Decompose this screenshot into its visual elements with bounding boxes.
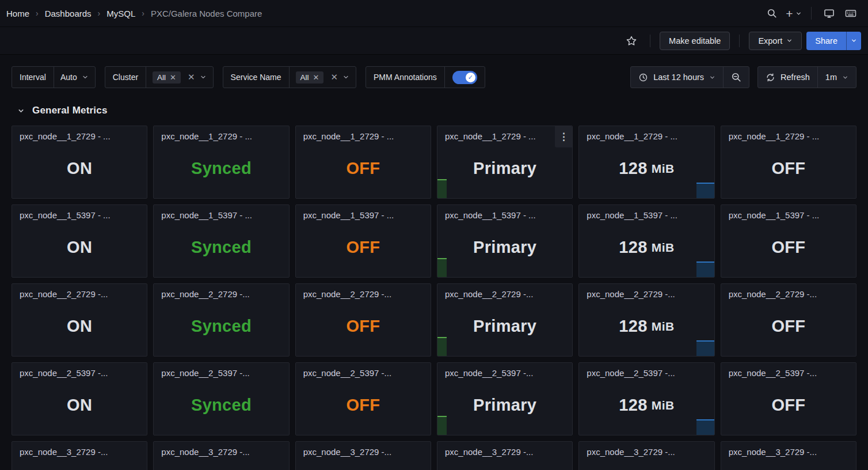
stat-panel: pxc_node__1_2729 - ...⋮Primary (437, 126, 573, 199)
service-name-chip[interactable]: All ✕ (296, 71, 324, 84)
stat-value: Primary (437, 139, 572, 198)
make-editable-button[interactable]: Make editable (660, 32, 730, 50)
nav-actions: + (763, 4, 860, 22)
time-controls: Last 12 hours Refresh 1m (630, 66, 856, 88)
sparkline (696, 183, 714, 198)
stat-panel: pxc_node__2_5397 -...Primary (437, 362, 573, 435)
stat-value: OFF (721, 297, 856, 356)
export-button[interactable]: Export (749, 32, 802, 50)
stat-panel: pxc_node__3_2729 -... (721, 441, 856, 470)
share-button[interactable]: Share (806, 32, 846, 50)
stat-value: OFF (296, 297, 431, 356)
close-icon[interactable]: ✕ (313, 73, 319, 82)
add-button[interactable]: + (785, 4, 803, 22)
sparkline (437, 179, 447, 198)
stat-panel: pxc_node__2_5397 -...Synced (153, 362, 289, 435)
stat-value: Synced (154, 218, 288, 277)
stat-panel: pxc_node__2_5397 -...ON (12, 362, 147, 435)
clear-icon[interactable]: ✕ (330, 72, 338, 82)
stat-unit: MiB (652, 320, 675, 333)
stat-panel: pxc_node__1_5397 - ...128MiB (578, 204, 714, 278)
stat-value: 128MiB (579, 376, 714, 435)
stat-panel: pxc_node__1_5397 - ...OFF (295, 204, 431, 278)
service-name-chip-label: All (300, 73, 309, 82)
interval-label: Interval (12, 67, 54, 88)
panel-title[interactable]: pxc_node__3_2729 -... (579, 442, 714, 457)
chevron-down-icon (17, 107, 25, 115)
stat-panel: pxc_node__3_2729 -... (437, 441, 573, 470)
panel-title[interactable]: pxc_node__3_2729 -... (721, 442, 856, 457)
breadcrumb-separator: › (142, 9, 144, 18)
panel-title[interactable]: pxc_node__3_2729 -... (437, 442, 572, 457)
search-icon (767, 8, 777, 18)
stat-panel: pxc_node__1_5397 - ...ON (12, 204, 147, 278)
stat-unit: MiB (652, 399, 675, 412)
divider (650, 35, 650, 47)
kiosk-mode-button[interactable] (820, 4, 838, 22)
stat-value: OFF (721, 218, 856, 277)
dashboard-toolbar: Make editable Export Share (0, 27, 868, 55)
interval-select[interactable]: Auto (54, 67, 95, 88)
chevron-down-icon (795, 10, 802, 17)
refresh-group: Refresh 1m (757, 66, 856, 88)
stat-value: Primary (437, 218, 572, 277)
stat-panel: pxc_node__2_2729 -...ON (12, 283, 147, 357)
panel-title[interactable]: pxc_node__3_2729 -... (154, 442, 288, 457)
sparkline (696, 261, 714, 277)
service-name-select[interactable]: All ✕ ✕ (290, 67, 356, 88)
pmm-annotations-label: PMM Annotations (366, 67, 445, 88)
panel-title[interactable]: pxc_node__3_2729 -... (296, 442, 431, 457)
stat-panel: pxc_node__3_2729 -... (12, 441, 147, 470)
cluster-chip[interactable]: All ✕ (153, 71, 181, 84)
time-range-label: Last 12 hours (653, 73, 704, 82)
stat-value: Synced (154, 376, 288, 435)
section-title: General Metrics (32, 105, 108, 116)
stat-panel: pxc_node__2_2729 -...Synced (153, 283, 289, 357)
breadcrumb-dashboards[interactable]: Dashboards (45, 9, 92, 18)
stat-value: OFF (296, 218, 431, 277)
keyboard-shortcuts-button[interactable] (842, 4, 860, 22)
breadcrumb-home[interactable]: Home (6, 9, 29, 18)
stat-value: ON (12, 218, 147, 277)
stat-unit: MiB (652, 241, 675, 255)
cluster-select[interactable]: All ✕ ✕ (146, 67, 213, 88)
stat-panel: pxc_node__1_2729 - ...OFF (721, 126, 856, 199)
stat-panel: pxc_node__2_2729 -...OFF (721, 283, 856, 357)
time-range-button[interactable]: Last 12 hours (631, 67, 723, 88)
divider (811, 7, 812, 20)
refresh-interval-value: 1m (825, 73, 837, 82)
zoom-out-button[interactable] (723, 67, 749, 88)
panel-title[interactable]: pxc_node__3_2729 -... (12, 442, 147, 457)
breadcrumb-separator: › (36, 9, 39, 18)
stat-value: 128MiB (579, 218, 714, 277)
stat-panel: pxc_node__2_5397 -...OFF (295, 362, 431, 435)
section-general-metrics[interactable]: General Metrics (0, 103, 868, 118)
plus-icon: + (786, 7, 793, 20)
stat-panel: pxc_node__2_2729 -...OFF (295, 283, 431, 357)
stat-panel: pxc_node__1_5397 - ...Synced (153, 204, 289, 278)
toggle-knob: ✓ (466, 73, 475, 82)
stat-panel: pxc_node__1_2729 - ...ON (12, 126, 147, 199)
stat-value: Synced (154, 297, 288, 356)
chevron-down-icon (82, 74, 89, 81)
star-dashboard-button[interactable] (622, 32, 641, 50)
stat-value: Primary (437, 297, 572, 356)
breadcrumb-mysql[interactable]: MySQL (106, 9, 135, 18)
clear-icon[interactable]: ✕ (188, 72, 195, 82)
zoom-out-icon (731, 72, 741, 82)
stat-panel: pxc_node__3_2729 -... (295, 441, 431, 470)
chevron-down-icon (842, 74, 848, 81)
stat-panel: pxc_node__2_2729 -...128MiB (578, 283, 714, 357)
pmm-annotations-toggle[interactable]: ✓ (452, 71, 477, 84)
breadcrumb-current: PXC/Galera Nodes Compare (151, 9, 262, 18)
stat-value: ON (12, 297, 147, 356)
refresh-interval-select[interactable]: 1m (817, 67, 856, 88)
close-icon[interactable]: ✕ (170, 73, 176, 82)
stat-value: Primary (437, 376, 572, 435)
search-button[interactable] (763, 4, 781, 22)
service-name-control: Service Name All ✕ ✕ (223, 66, 356, 88)
refresh-button[interactable]: Refresh (758, 67, 817, 88)
chevron-down-icon (709, 74, 715, 81)
stat-panel: pxc_node__2_5397 -...OFF (721, 362, 856, 435)
share-menu-button[interactable] (846, 32, 861, 50)
